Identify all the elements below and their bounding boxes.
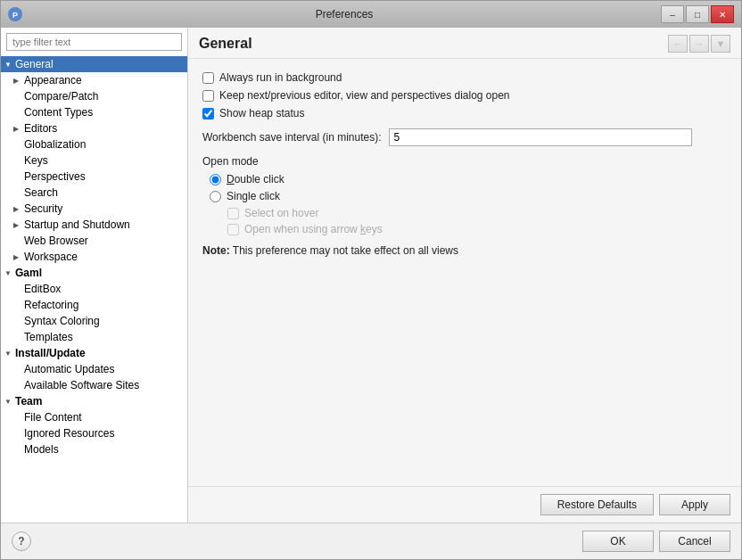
sidebar: ▼ General ▶ Appearance Compare/Patch Con… [1, 28, 188, 523]
open-arrow-keys-label: Open when using arrow keys [244, 223, 383, 235]
app-icon: P [8, 7, 22, 21]
arrow-icon [13, 109, 24, 117]
svg-text:P: P [12, 11, 18, 20]
select-on-hover-checkbox[interactable] [227, 208, 239, 219]
note-prefix: Note: [202, 244, 230, 257]
arrow-icon: ▶ [13, 77, 24, 85]
bottom-right: OK Cancel [582, 531, 730, 552]
arrow-icon [13, 141, 24, 149]
sidebar-item-label: General [15, 58, 184, 70]
sidebar-item-available-software[interactable]: Available Software Sites [1, 377, 187, 393]
arrow-icon [13, 285, 24, 293]
arrow-icon: ▶ [13, 253, 24, 261]
keep-next-prev-label: Keep next/previous editor, view and pers… [219, 89, 510, 102]
forward-button[interactable]: → [689, 35, 709, 53]
sidebar-item-search[interactable]: Search [1, 185, 187, 201]
sidebar-item-perspectives[interactable]: Perspectives [1, 169, 187, 185]
sidebar-item-label: Refactoring [24, 299, 184, 311]
sidebar-item-refactoring[interactable]: Refactoring [1, 297, 187, 313]
arrow-icon: ▼ [4, 398, 15, 406]
sidebar-item-ignored-resources[interactable]: Ignored Resources [1, 425, 187, 441]
sidebar-item-syntax-coloring[interactable]: Syntax Coloring [1, 313, 187, 329]
sidebar-item-globalization[interactable]: Globalization [1, 136, 187, 152]
sidebar-item-label: Perspectives [24, 170, 184, 183]
sidebar-item-content-types[interactable]: Content Types [1, 104, 187, 120]
back-button[interactable]: ← [668, 35, 688, 53]
panel-body: Always run in background Keep next/previ… [188, 59, 741, 486]
single-click-radio[interactable] [210, 191, 221, 202]
sidebar-item-keys[interactable]: Keys [1, 152, 187, 169]
arrow-icon: ▶ [13, 205, 24, 213]
show-heap-label: Show heap status [219, 107, 304, 119]
always-run-bg-row: Always run in background [202, 71, 727, 84]
help-button[interactable]: ? [12, 531, 31, 551]
keep-next-prev-checkbox[interactable] [202, 90, 214, 102]
sidebar-item-file-content[interactable]: File Content [1, 409, 187, 425]
apply-button[interactable]: Apply [659, 494, 730, 515]
sidebar-item-label: Syntax Coloring [24, 315, 184, 327]
sidebar-item-label: Content Types [24, 106, 184, 119]
sidebar-item-startup-shutdown[interactable]: ▶ Startup and Shutdown [1, 217, 187, 233]
sidebar-item-label: Templates [24, 331, 184, 343]
always-run-bg-label: Always run in background [219, 71, 342, 84]
select-on-hover-row: Select on hover [202, 207, 727, 219]
sidebar-item-label: Models [24, 443, 184, 456]
sidebar-item-label: Globalization [24, 138, 184, 151]
restore-defaults-button[interactable]: Restore Defaults [540, 494, 654, 515]
arrow-icon [13, 414, 24, 422]
sidebar-item-compare-patch[interactable]: Compare/Patch [1, 88, 187, 104]
tree: ▼ General ▶ Appearance Compare/Patch Con… [1, 56, 187, 523]
sidebar-item-label: Team [15, 395, 184, 408]
show-heap-checkbox[interactable] [202, 108, 214, 119]
sidebar-item-label: Startup and Shutdown [24, 218, 184, 231]
panel-header: General ← → ▼ [188, 28, 741, 59]
workbench-interval-row: Workbench save interval (in minutes): [202, 128, 727, 146]
bottom-left: ? [12, 531, 31, 551]
sidebar-item-gaml[interactable]: ▼ Gaml [1, 265, 187, 281]
sidebar-item-label: Web Browser [24, 235, 184, 247]
arrow-icon [13, 237, 24, 245]
window-title: Preferences [28, 8, 661, 21]
title-bar: P Preferences – □ ✕ [1, 1, 741, 28]
nav-buttons: ← → ▼ [668, 35, 730, 53]
arrow-icon [13, 189, 24, 197]
open-arrow-keys-checkbox[interactable] [227, 224, 239, 235]
arrow-icon: ▼ [4, 269, 15, 277]
arrow-icon: ▶ [13, 125, 24, 133]
minimize-button[interactable]: – [661, 5, 684, 23]
sidebar-item-workspace[interactable]: ▶ Workspace [1, 249, 187, 265]
filter-input[interactable] [6, 33, 182, 51]
sidebar-item-install-update[interactable]: ▼ Install/Update [1, 345, 187, 361]
panel-actions-bar: Restore Defaults Apply [188, 486, 741, 523]
maximize-button[interactable]: □ [686, 5, 709, 23]
note-text: This preference may not take effect on a… [233, 244, 458, 257]
sidebar-item-automatic-updates[interactable]: Automatic Updates [1, 361, 187, 377]
sidebar-item-appearance[interactable]: ▶ Appearance [1, 72, 187, 88]
sidebar-item-label: Compare/Patch [24, 90, 184, 103]
sidebar-item-label: Keys [24, 154, 184, 167]
double-click-radio[interactable] [210, 174, 221, 185]
sidebar-item-models[interactable]: Models [1, 441, 187, 457]
cancel-button[interactable]: Cancel [659, 531, 730, 552]
sidebar-item-label: Security [24, 202, 184, 215]
sidebar-item-security[interactable]: ▶ Security [1, 201, 187, 217]
sidebar-item-label: Editors [24, 122, 184, 135]
workbench-interval-input[interactable] [389, 128, 692, 146]
nav-dropdown-button[interactable]: ▼ [711, 35, 730, 53]
sidebar-item-team[interactable]: ▼ Team [1, 393, 187, 409]
sidebar-item-label: Search [24, 186, 184, 199]
arrow-icon [13, 93, 24, 101]
arrow-icon [13, 366, 24, 374]
close-button[interactable]: ✕ [711, 5, 734, 23]
ok-button[interactable]: OK [582, 531, 654, 552]
right-panel: General ← → ▼ Always run in background K… [188, 28, 741, 523]
sidebar-item-templates[interactable]: Templates [1, 329, 187, 345]
sidebar-item-editbox[interactable]: EditBox [1, 281, 187, 297]
arrow-icon [13, 317, 24, 325]
single-click-label: Single click [227, 190, 280, 202]
sidebar-item-label: File Content [24, 411, 184, 424]
sidebar-item-editors[interactable]: ▶ Editors [1, 120, 187, 136]
sidebar-item-general[interactable]: ▼ General [1, 56, 187, 72]
sidebar-item-web-browser[interactable]: Web Browser [1, 233, 187, 249]
always-run-bg-checkbox[interactable] [202, 72, 214, 84]
